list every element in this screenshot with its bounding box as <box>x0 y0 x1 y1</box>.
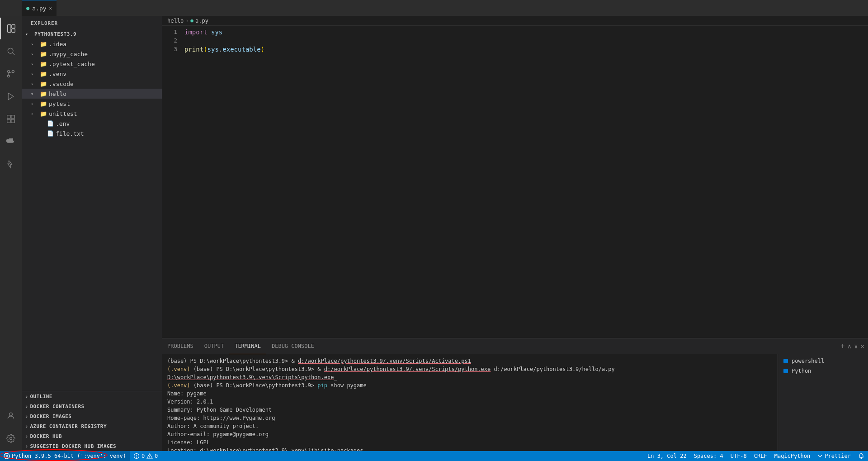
terminal-minimize-button[interactable]: ∨ <box>854 342 858 350</box>
extensions-icon[interactable] <box>0 108 22 130</box>
status-notifications[interactable] <box>854 451 868 461</box>
svg-point-5 <box>8 71 10 73</box>
chevron-right-icon: › <box>25 404 28 409</box>
svg-point-6 <box>12 71 14 73</box>
new-terminal-button[interactable]: + <box>840 342 845 351</box>
chevron-right-icon: › <box>31 111 38 116</box>
breadcrumb-sep: › <box>185 18 189 24</box>
warnings-count: 0 <box>155 453 158 459</box>
tab-terminal[interactable]: TERMINAL <box>229 338 266 354</box>
terminal-close-button[interactable]: ✕ <box>861 342 864 350</box>
editor-tab[interactable]: ● a.py ✕ <box>22 0 57 16</box>
sidebar-item-pytest[interactable]: › 📁 pytest <box>22 99 162 109</box>
line-number: 1 <box>162 29 184 35</box>
sidebar-item-venv[interactable]: › 📁 .venv <box>22 69 162 79</box>
tab-filename: a.py <box>32 5 46 12</box>
line-ending-label: CRLF <box>754 453 767 459</box>
status-errors[interactable]: 0 0 <box>130 451 161 461</box>
terminal-line-2: (.venv) (base) PS D:\workPlace\pythontes… <box>167 365 772 373</box>
sidebar-section-docker-containers[interactable]: › DOCKER CONTAINERS <box>22 401 162 411</box>
svg-rect-10 <box>11 115 15 119</box>
sidebar-item-idea[interactable]: › 📁 .idea <box>22 39 162 49</box>
settings-icon[interactable] <box>0 428 22 449</box>
sidebar-item-pytest-cache[interactable]: › 📁 .pytest_cache <box>22 59 162 69</box>
explorer-icon[interactable] <box>0 18 22 39</box>
debug-icon[interactable] <box>0 86 22 107</box>
search-icon[interactable] <box>0 40 22 62</box>
code-line-2: 2 <box>162 36 868 45</box>
chevron-right-icon: › <box>31 101 38 106</box>
svg-rect-11 <box>7 119 11 123</box>
terminal-output[interactable]: (base) PS D:\workPlace\pythontest3.9> & … <box>162 354 778 451</box>
chevron-right-icon: › <box>31 62 38 67</box>
code-editor: 1 import sys 2 3 print(sys.executable) <box>162 26 868 338</box>
terminal-line-9: Author: A community project. <box>167 422 772 430</box>
breadcrumb-folder[interactable]: hello <box>167 18 184 24</box>
code-line-3: 3 print(sys.executable) <box>162 45 868 53</box>
sidebar-section-suggested-docker[interactable]: › SUGGESTED DOCKER HUB IMAGES <box>22 441 162 451</box>
terminal-side-powershell[interactable]: powershell <box>778 356 868 366</box>
sidebar-section-outline[interactable]: › OUTLINE <box>22 391 162 401</box>
terminal-maximize-button[interactable]: ∧ <box>848 342 851 350</box>
breadcrumb-file[interactable]: a.py <box>195 18 208 24</box>
svg-point-27 <box>136 457 137 458</box>
line-content: print(sys.executable) <box>184 46 264 53</box>
sidebar-section-docker-hub[interactable]: › DOCKER HUB <box>22 431 162 441</box>
sidebar-item-file-txt[interactable]: 📄 file.txt <box>22 128 162 138</box>
sidebar-item-hello[interactable]: ▾ 📁 hello <box>22 89 162 99</box>
chevron-right-icon: › <box>25 394 28 399</box>
source-control-icon[interactable] <box>0 63 22 85</box>
file-icon: 📄 <box>47 130 54 137</box>
terminal-name-python: Python <box>792 368 811 374</box>
code-line-1: 1 import sys <box>162 28 868 36</box>
terminal-line-12: Location: d:\workplace\pythontest3.9\.ve… <box>167 447 772 451</box>
chevron-right-icon: › <box>25 414 28 419</box>
docker-icon[interactable] <box>0 131 22 152</box>
svg-point-29 <box>149 457 150 458</box>
section-label: DOCKER HUB <box>30 433 62 439</box>
terminal-body: (base) PS D:\workPlace\pythontest3.9> & … <box>162 354 868 451</box>
tab-close-button[interactable]: ✕ <box>49 5 52 11</box>
breadcrumb-icon: ● <box>190 18 193 24</box>
terminal-name-powershell: powershell <box>792 358 824 364</box>
item-label: .idea <box>49 41 66 48</box>
spaces-label: Spaces: 4 <box>694 453 723 459</box>
root-label: PYTHONTEST3.9 <box>34 31 76 37</box>
folder-icon: 📁 <box>40 61 47 67</box>
sidebar-section-docker-images[interactable]: › DOCKER IMAGES <box>22 411 162 421</box>
sidebar-item-env[interactable]: 📄 .env <box>22 119 162 128</box>
sidebar-section-azure-registry[interactable]: › AZURE CONTAINER REGISTRY <box>22 421 162 431</box>
svg-rect-12 <box>11 119 15 123</box>
tree-root[interactable]: ▾ PYTHONTEST3.9 <box>22 29 162 39</box>
chevron-right-icon: › <box>31 52 38 57</box>
errors-count: 0 <box>142 453 145 459</box>
status-encoding[interactable]: UTF-8 <box>727 451 750 461</box>
folder-icon: 📁 <box>40 71 47 77</box>
status-spaces[interactable]: Spaces: 4 <box>690 451 727 461</box>
sidebar-item-unittest[interactable]: › 📁 unittest <box>22 109 162 119</box>
tab-problems[interactable]: PROBLEMS <box>162 338 199 354</box>
status-line-ending[interactable]: CRLF <box>750 451 771 461</box>
terminal-line-11: License: LGPL <box>167 438 772 447</box>
svg-marker-8 <box>8 93 14 100</box>
formatter-label: Prettier <box>825 453 851 459</box>
svg-line-4 <box>13 53 15 55</box>
status-position[interactable]: Ln 3, Col 22 <box>644 451 690 461</box>
account-icon[interactable] <box>0 405 22 427</box>
terminal-line-6: Version: 2.0.1 <box>167 398 772 406</box>
status-python-env[interactable]: Python 3.9.5 64-bit (':venv': venv) <box>0 451 130 461</box>
status-language[interactable]: MagicPython <box>771 451 814 461</box>
sidebar-item-vscode[interactable]: › 📁 .vscode <box>22 79 162 89</box>
sidebar-item-mypy[interactable]: › 📁 .mypy_cache <box>22 49 162 59</box>
terminal-side-panel: powershell Python <box>778 354 868 451</box>
tab-output[interactable]: OUTPUT <box>199 338 229 354</box>
status-formatter[interactable]: Prettier <box>814 451 854 461</box>
status-right: Ln 3, Col 22 Spaces: 4 UTF-8 CRLF MagicP… <box>644 451 868 461</box>
line-number: 3 <box>162 46 184 52</box>
tab-debug-console[interactable]: DEBUG CONSOLE <box>266 338 320 354</box>
tab-file-icon: ● <box>26 5 29 11</box>
testing-icon[interactable] <box>0 153 22 175</box>
chevron-right-icon: › <box>31 81 38 86</box>
status-left: Python 3.9.5 64-bit (':venv': venv) 0 0 <box>0 451 161 461</box>
terminal-side-python[interactable]: Python <box>778 366 868 376</box>
